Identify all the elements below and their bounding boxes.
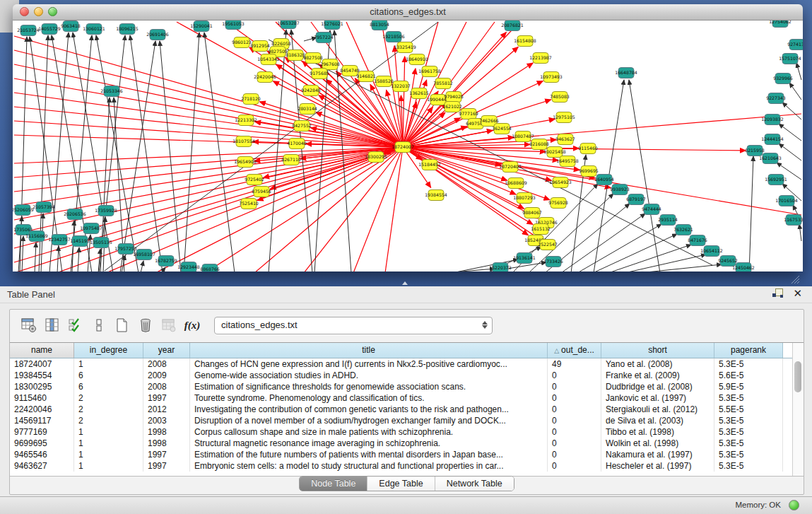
graph-node[interactable]: 19384554 [425,190,447,201]
graph-node[interactable]: 1145193 [70,236,90,247]
graph-node[interactable]: 16961758 [418,66,441,77]
graph-node[interactable]: 25206059 [13,205,34,216]
table-vertical-scrollbar[interactable] [792,343,804,476]
graph-node[interactable]: 18096215 [116,24,139,35]
cell-title[interactable]: Tourette syndrome. Phenomenology and cla… [190,392,548,404]
cell-pagerank[interactable]: 5.3E-5 [714,449,783,460]
graph-node[interactable]: 9175685 [310,69,329,79]
graph-node[interactable]: 9699695 [579,166,599,177]
graph-node[interactable]: 21053724 [17,25,40,36]
graph-node[interactable]: 9938923 [610,185,630,195]
graph-node[interactable]: 9756928 [548,198,568,209]
function-builder-icon[interactable]: f(x) [183,316,201,334]
graph-node[interactable]: 7957224 [314,33,334,43]
column-header-short[interactable]: short [601,343,714,358]
graph-node[interactable]: 9777169 [459,109,478,119]
cell-out_degree[interactable]: 0 [548,415,601,426]
cell-out_degree[interactable]: 0 [548,438,601,449]
graph-node[interactable]: 12213302 [235,115,257,126]
graph-node[interactable]: 20206536 [64,209,86,220]
column-chooser-icon[interactable] [43,316,61,334]
cell-year[interactable]: 1998 [143,438,190,449]
graph-node[interactable]: 9463627 [555,134,575,145]
table-row[interactable]: 911546021997Tourette syndrome. Phenomeno… [10,392,804,404]
graph-node[interactable]: 13325419 [394,42,416,53]
cell-name[interactable]: 18300295 [10,381,74,392]
cell-year[interactable]: 2012 [143,404,190,415]
cell-name[interactable]: 9463627 [10,460,74,472]
cell-pagerank[interactable]: 5.3E-5 [714,358,783,370]
cell-title[interactable]: Estimation of the future numbers of pati… [190,449,548,460]
graph-node[interactable]: 15184457 [418,160,441,170]
network-window-titlebar[interactable]: citations_edges.txt [13,4,803,21]
graph-node[interactable]: 8427552 [292,121,312,132]
graph-node[interactable]: 7632621 [673,225,693,235]
tab-network-table[interactable]: Network Table [435,477,514,491]
cell-in_degree[interactable]: 1 [74,426,143,438]
table-row[interactable]: 946554611997Estimation of the future num… [10,449,804,460]
cell-short[interactable]: Jankovic et al. (1997) [601,392,714,404]
table-row[interactable]: 1830029562008Estimation of significance … [10,381,804,392]
graph-node[interactable]: 10807487 [512,132,534,142]
graph-node[interactable]: 19218506 [382,32,405,42]
graph-node[interactable]: 19654908 [234,157,257,168]
cell-in_degree[interactable]: 1 [74,438,143,449]
graph-node[interactable]: 15276021 [321,21,343,30]
graph-node[interactable]: 8759456 [252,187,271,197]
cell-year[interactable]: 2008 [143,381,190,392]
cell-pagerank[interactable]: 5.3E-5 [714,392,783,404]
cell-year[interactable]: 2009 [143,370,190,381]
table-selector-dropdown[interactable]: citations_edges.txt [214,317,493,334]
graph-node[interactable]: 14055729 [38,24,61,35]
window-resize-grip[interactable] [790,274,801,284]
cell-in_degree[interactable]: 2 [74,415,143,426]
graph-node[interactable]: 12754062 [769,21,792,28]
cell-year[interactable]: 2008 [143,358,190,370]
cell-short[interactable]: de Silva et al. (2003) [601,415,714,426]
graph-node[interactable]: 21057394 [33,202,55,213]
cell-title[interactable]: Estimation of significance thresholds fo… [190,381,548,392]
cell-in_degree[interactable]: 1 [74,460,143,472]
graph-node[interactable]: 17359928 [95,206,117,216]
cell-out_degree[interactable]: 0 [548,381,601,392]
scrollbar-thumb[interactable] [794,361,801,392]
table-row[interactable]: 946362711997Embryonic stem cells: a mode… [10,460,804,472]
graph-node[interactable]: 9146821 [356,71,376,82]
graph-node[interactable]: 9227343 [766,93,786,104]
graph-node[interactable]: 22420046 [254,72,276,83]
table-settings-icon[interactable] [20,316,38,334]
graph-node[interactable]: 8186328 [286,50,305,61]
cell-short[interactable]: Franke et al. (2009) [601,370,714,381]
graph-node[interactable]: 15692951 [765,175,787,185]
graph-node[interactable]: 2718120 [241,94,261,105]
cell-title[interactable]: Genome-wide association studies in ADHD. [190,370,548,381]
cell-title[interactable]: Disruption of a novel member of a sodium… [190,415,548,426]
graph-node[interactable]: 12213987 [529,53,552,64]
graph-node[interactable]: 1322037 [391,81,411,92]
graph-node[interactable]: 7855812 [433,78,453,89]
cell-name[interactable]: 19384554 [10,370,74,381]
graph-node[interactable]: 11156869 [25,231,48,242]
column-header-out_degree[interactable]: △out_de... [548,343,601,358]
float-panel-icon[interactable] [772,288,783,298]
cell-pagerank[interactable]: 5.9E-5 [714,381,783,392]
graph-node[interactable]: 9725402 [245,175,264,185]
graph-node[interactable]: 4170040 [287,139,307,149]
cell-year[interactable]: 1998 [143,426,190,438]
cell-in_degree[interactable]: 2 [74,404,143,415]
new-table-icon[interactable] [113,316,131,334]
cell-year[interactable]: 1997 [143,449,190,460]
graph-node[interactable]: 9115460 [578,144,598,154]
cell-pagerank[interactable]: 5.5E-5 [714,404,783,415]
graph-node[interactable]: 9242848 [301,86,321,96]
cell-pagerank[interactable]: 5.3E-5 [714,438,783,449]
graph-node[interactable]: 12444154 [761,134,784,145]
cell-out_degree[interactable]: 0 [548,460,601,472]
table-row[interactable]: 969969511998Structural magnetic resonanc… [10,438,804,449]
graph-node[interactable]: 10653287 [277,21,300,29]
cell-title[interactable]: Embryonic stem cells: a model to study s… [190,460,548,472]
graph-node[interactable]: 16154808 [514,36,536,47]
cell-name[interactable]: 18724007 [10,358,74,370]
graph-node[interactable]: 15751074 [779,54,801,64]
graph-node[interactable]: 8267110 [281,155,301,165]
